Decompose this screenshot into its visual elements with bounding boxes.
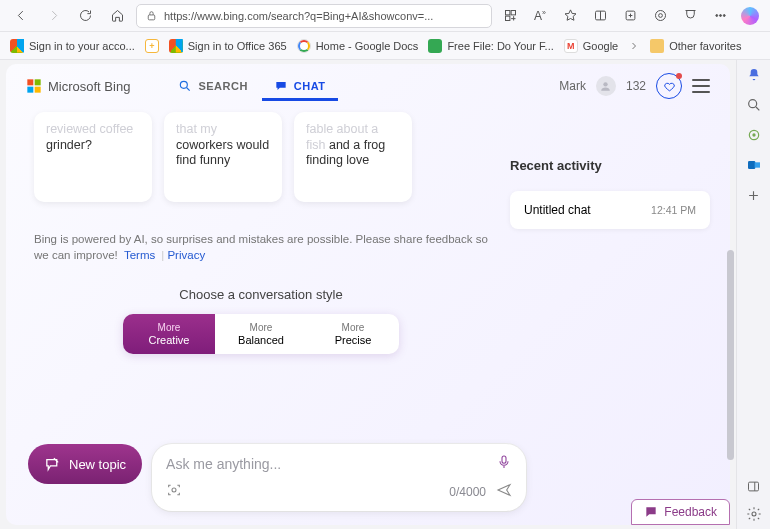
bing-logo[interactable]: Microsoft Bing [26, 78, 130, 94]
search-icon [746, 97, 762, 113]
favorite-button[interactable] [558, 4, 582, 28]
suggestion-cards: reviewed coffee grinder? that my coworke… [34, 112, 488, 202]
irs-icon [428, 39, 442, 53]
person-icon [599, 80, 612, 93]
style-balanced[interactable]: MoreBalanced [215, 314, 307, 354]
style-selector: MoreCreative MoreBalanced MorePrecise [123, 314, 399, 354]
style-bottom: Precise [307, 334, 399, 347]
svg-point-8 [715, 15, 717, 17]
svg-rect-15 [754, 162, 759, 167]
sync-icon [653, 8, 668, 23]
collections-button[interactable] [618, 4, 642, 28]
new-topic-button[interactable]: New topic [28, 444, 142, 484]
favorite-link[interactable]: Free File: Do Your F... [428, 39, 553, 53]
tools-sidebar-button[interactable] [745, 126, 763, 144]
feedback-button[interactable]: Feedback [631, 499, 730, 525]
favorites-bar: Sign in to your acco... + Sign in to Off… [0, 32, 770, 60]
suggestion-card[interactable]: that my coworkers would find funny [164, 112, 282, 202]
svg-point-13 [752, 133, 755, 136]
mic-button[interactable] [496, 454, 512, 474]
new-topic-label: New topic [69, 457, 126, 472]
refresh-button[interactable] [72, 3, 98, 29]
shopping-button[interactable] [498, 4, 522, 28]
favorite-link[interactable]: + [145, 39, 159, 53]
svg-rect-20 [27, 87, 33, 93]
dots-icon [713, 8, 728, 23]
performance-button[interactable] [678, 4, 702, 28]
favorite-link[interactable]: Home - Google Docs [297, 39, 419, 53]
suggestion-card[interactable]: fable about a fish and a frog finding lo… [294, 112, 412, 202]
svg-point-7 [658, 14, 662, 18]
collections-icon [623, 8, 638, 23]
style-creative[interactable]: MoreCreative [123, 314, 215, 354]
style-bottom: Balanced [215, 334, 307, 347]
terms-link[interactable]: Terms [124, 249, 155, 261]
split-screen-button[interactable] [588, 4, 612, 28]
favorite-label: Sign in to Office 365 [188, 40, 287, 52]
search-icon [178, 79, 192, 93]
sync-button[interactable] [648, 4, 672, 28]
add-sidebar-button[interactable] [745, 186, 763, 204]
tab-chat[interactable]: CHAT [262, 71, 338, 101]
heart-icon [663, 80, 676, 93]
copilot-button[interactable] [738, 4, 762, 28]
svg-rect-19 [35, 79, 41, 85]
svg-rect-14 [748, 161, 755, 169]
read-aloud-button[interactable]: A» [528, 4, 552, 28]
bell-icon [746, 67, 762, 83]
style-precise[interactable]: MorePrecise [307, 314, 399, 354]
svg-point-25 [172, 488, 176, 492]
tab-search[interactable]: SEARCH [166, 71, 259, 101]
card-faded: that my [176, 122, 217, 136]
style-title: Choose a conversation style [34, 287, 488, 302]
header-right: Mark 132 [559, 73, 710, 99]
plus-icon [746, 188, 761, 203]
back-button[interactable] [8, 3, 34, 29]
outlook-button[interactable] [745, 156, 763, 174]
arrow-right-icon [46, 8, 61, 23]
split-icon [593, 8, 608, 23]
rewards-button[interactable] [656, 73, 682, 99]
search-sidebar-button[interactable] [745, 96, 763, 114]
favorite-link[interactable]: Sign in to your acco... [10, 39, 135, 53]
suggestion-card[interactable]: reviewed coffee grinder? [34, 112, 152, 202]
notification-dot [676, 73, 682, 79]
svg-point-17 [752, 512, 756, 516]
input-placeholder: Ask me anything... [166, 456, 281, 472]
notifications-button[interactable] [745, 66, 763, 84]
address-bar[interactable]: https://www.bing.com/search?q=Bing+AI&sh… [136, 4, 492, 28]
gear-icon [746, 506, 762, 522]
favorite-link[interactable]: Other favorites [650, 39, 741, 53]
visual-search-button[interactable] [166, 482, 182, 501]
home-icon [110, 8, 125, 23]
favorite-link[interactable]: Sign in to Office 365 [169, 39, 287, 53]
user-avatar[interactable] [596, 76, 616, 96]
svg-point-10 [723, 15, 725, 17]
privacy-link[interactable]: Privacy [167, 249, 205, 261]
google-icon [297, 39, 311, 53]
refresh-icon [78, 8, 93, 23]
style-bottom: Creative [123, 334, 215, 347]
browser-toolbar: https://www.bing.com/search?q=Bing+AI&sh… [0, 0, 770, 32]
star-icon [563, 8, 578, 23]
edge-sidebar [736, 60, 770, 529]
folder-icon [650, 39, 664, 53]
product-name: Microsoft Bing [48, 79, 130, 94]
forward-button[interactable] [40, 3, 66, 29]
home-button[interactable] [104, 3, 130, 29]
favorite-link[interactable]: Google [564, 39, 618, 53]
collapse-sidebar-button[interactable] [745, 477, 763, 495]
favorites-overflow[interactable] [628, 40, 640, 52]
chat-input[interactable]: Ask me anything... 0/4000 [152, 444, 526, 511]
more-button[interactable] [708, 4, 732, 28]
feedback-icon [644, 505, 658, 519]
gmail-icon [564, 39, 578, 53]
url-text: https://www.bing.com/search?q=Bing+AI&sh… [164, 10, 433, 22]
recent-item[interactable]: Untitled chat 12:41 PM [510, 191, 710, 229]
scrollbar-thumb[interactable] [727, 250, 734, 460]
send-button[interactable] [496, 482, 512, 501]
menu-button[interactable] [692, 79, 710, 93]
lock-icon [145, 9, 158, 22]
tab-label: SEARCH [198, 80, 247, 92]
settings-sidebar-button[interactable] [745, 505, 763, 523]
